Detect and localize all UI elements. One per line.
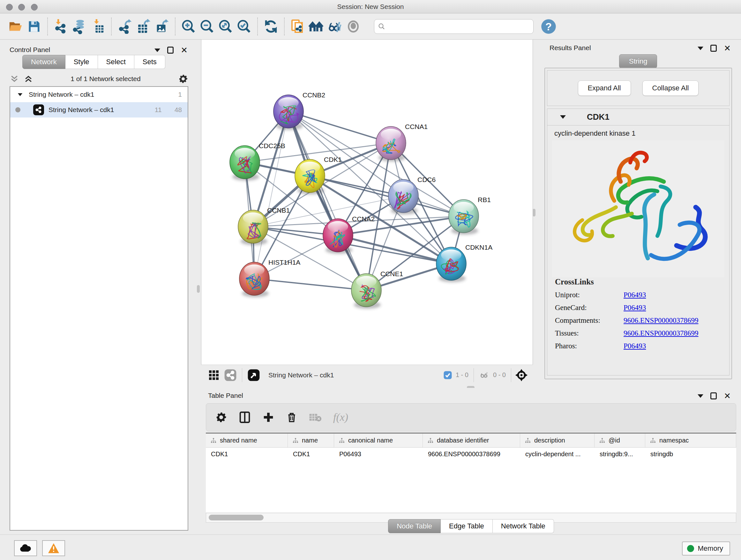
- column-header-name[interactable]: name: [288, 434, 334, 447]
- network-options-gear-icon[interactable]: [178, 74, 188, 84]
- tab-select[interactable]: Select: [98, 55, 134, 69]
- export-image-button[interactable]: [152, 17, 171, 36]
- eye-icon: [346, 19, 360, 34]
- column-label: namespac: [659, 437, 689, 444]
- table-row[interactable]: CDK1CDK1P064939606.ENSP00000378699cyclin…: [206, 448, 736, 460]
- graph-node-cdkn1a[interactable]: CDKN1A: [436, 244, 492, 282]
- cloud-status-button[interactable]: [14, 540, 37, 556]
- network-node-count: 11: [155, 106, 162, 114]
- network-collection-row[interactable]: String Network – cdk1 1: [10, 87, 188, 102]
- crosslink-link[interactable]: 9606.ENSP00000378699: [623, 329, 698, 337]
- delete-column-trash-icon[interactable]: [286, 411, 297, 423]
- zoom-selected-button[interactable]: [235, 17, 253, 36]
- show-columns-icon[interactable]: [239, 411, 251, 423]
- column-header-namespac[interactable]: namespac: [645, 434, 736, 447]
- import-database-icon: [72, 19, 87, 34]
- graph-node-rb1[interactable]: RB1: [449, 196, 491, 235]
- column-header-description[interactable]: description: [520, 434, 595, 447]
- graph-node-ccnb2[interactable]: CCNB2: [273, 91, 325, 130]
- left-splitter-handle[interactable]: [197, 285, 200, 293]
- memory-label: Memory: [698, 544, 723, 553]
- collapse-all-icon[interactable]: [10, 74, 19, 84]
- crosslink-link[interactable]: P06493: [623, 342, 646, 350]
- refresh-view-button[interactable]: [262, 17, 280, 36]
- node-table[interactable]: shared namenamecanonical namedatabase id…: [206, 433, 736, 513]
- export-network-button[interactable]: [116, 17, 134, 36]
- cdk1-expander-icon[interactable]: [560, 115, 566, 119]
- crosslink-link[interactable]: P06493: [623, 304, 646, 312]
- tab-sets[interactable]: Sets: [134, 55, 165, 69]
- birds-eye-toggle-icon[interactable]: [247, 369, 260, 381]
- graph-node-ccne1[interactable]: CCNE1: [351, 270, 403, 309]
- results-panel-menu-icon[interactable]: [697, 47, 703, 50]
- graph-node-hist1h1a[interactable]: HIST1H1A: [239, 259, 300, 297]
- zoom-fit-button[interactable]: [216, 17, 235, 36]
- node-label-cdc25b: CDC25B: [259, 142, 285, 149]
- hide-selected-button[interactable]: [326, 17, 344, 36]
- export-table-icon: [136, 19, 151, 34]
- control-panel-float-icon[interactable]: [167, 47, 174, 54]
- tab-node-table[interactable]: Node Table: [388, 519, 441, 533]
- add-column-icon[interactable]: [262, 411, 274, 423]
- table-panel: Table Panel ✕ f(x) shared namenamecanoni…: [201, 388, 741, 535]
- memory-button[interactable]: Memory: [682, 542, 730, 556]
- network-canvas[interactable]: CCNB2CCNA1CDC25BCDK1CDC6RB1CCNB1CCNA2CDK…: [201, 40, 533, 365]
- crosslink-row: Uniprot:P06493: [555, 291, 729, 299]
- results-panel-close-icon[interactable]: ✕: [724, 45, 731, 52]
- expand-all-button[interactable]: Expand All: [578, 80, 631, 96]
- import-network-database-button[interactable]: [70, 17, 89, 36]
- cytoscape-window: Session: New Session: [0, 0, 741, 560]
- tab-network[interactable]: Network: [22, 55, 65, 69]
- svg-text:?: ?: [545, 21, 552, 33]
- network-mode-icon[interactable]: [224, 369, 237, 381]
- import-network-file-button[interactable]: [52, 17, 70, 36]
- selected-checkbox-icon[interactable]: [443, 370, 453, 380]
- save-session-button[interactable]: [25, 17, 44, 36]
- graph-node-cdk1[interactable]: CDK1: [295, 156, 342, 194]
- column-header-shared-name[interactable]: shared name: [206, 434, 288, 447]
- crosslink-link[interactable]: 9606.ENSP00000378699: [623, 316, 698, 325]
- collapse-all-button[interactable]: Collapse All: [643, 80, 699, 96]
- search-input[interactable]: [374, 19, 534, 34]
- table-panel-title: Table Panel: [208, 392, 243, 399]
- table-cell: CDK1: [206, 448, 288, 460]
- crosslink-link[interactable]: P06493: [623, 291, 646, 299]
- table-panel-float-icon[interactable]: [711, 392, 717, 399]
- column-type-icon: [292, 437, 299, 444]
- graph-node-ccnb1[interactable]: CCNB1: [238, 206, 290, 245]
- tab-style[interactable]: Style: [65, 55, 98, 69]
- clone-network-button[interactable]: [288, 17, 307, 36]
- table-panel-menu-icon[interactable]: [697, 394, 703, 398]
- table-panel-close-icon[interactable]: ✕: [724, 392, 731, 399]
- tab-edge-table[interactable]: Edge Table: [441, 519, 493, 533]
- help-button[interactable]: ?: [539, 17, 558, 36]
- string-home-button[interactable]: [307, 17, 326, 36]
- zoom-in-button[interactable]: [179, 17, 198, 36]
- warnings-button[interactable]: [42, 540, 65, 556]
- open-session-button[interactable]: [6, 17, 25, 36]
- network-row-selected[interactable]: String Network – cdk1 11 48: [10, 102, 188, 118]
- results-panel-float-icon[interactable]: [711, 45, 717, 52]
- tab-string[interactable]: String: [619, 54, 657, 68]
- zoom-selected-icon: [237, 19, 252, 34]
- column-header-canonical-name[interactable]: canonical name: [334, 434, 423, 447]
- memory-ok-dot: [687, 545, 694, 552]
- zoom-out-button[interactable]: [198, 17, 216, 36]
- table-settings-gear-icon[interactable]: [215, 411, 227, 423]
- column-header-database-identifier[interactable]: database identifier: [423, 434, 520, 447]
- collection-expander-icon[interactable]: [18, 93, 22, 96]
- export-table-button[interactable]: [134, 17, 152, 36]
- export-image-icon: [154, 19, 169, 34]
- fit-content-crosshair-icon[interactable]: [515, 368, 529, 382]
- control-panel-menu-icon[interactable]: [154, 49, 160, 52]
- show-all-button[interactable]: [344, 17, 362, 36]
- column-header--id[interactable]: @id: [595, 434, 645, 447]
- tab-network-table[interactable]: Network Table: [493, 519, 554, 533]
- graph-node-ccna1[interactable]: CCNA1: [376, 123, 428, 162]
- grid-mode-icon[interactable]: [208, 369, 219, 381]
- expand-all-icon[interactable]: [23, 74, 33, 84]
- right-splitter-handle[interactable]: [533, 209, 536, 216]
- import-table-file-button[interactable]: [89, 17, 107, 36]
- control-panel-close-icon[interactable]: ✕: [181, 47, 188, 54]
- cdk1-entry-header[interactable]: CDK1: [547, 109, 729, 125]
